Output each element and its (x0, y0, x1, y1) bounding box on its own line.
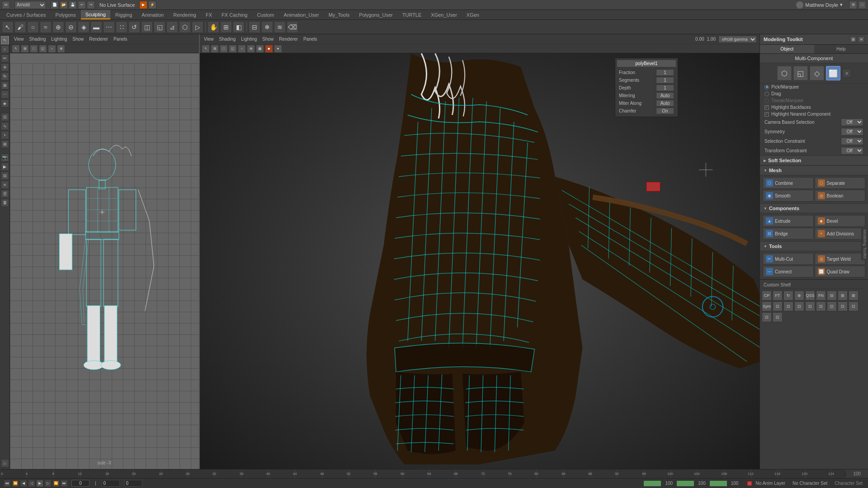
tool-extrude[interactable]: ▲ Extrude (763, 215, 814, 227)
comp-btn-vertex[interactable]: ⬡ (777, 66, 792, 80)
tool-attribute[interactable]: ≡ (1, 181, 9, 189)
vp-right-tool7[interactable]: ▦ (256, 45, 264, 53)
tool-boolean[interactable]: ◎ Boolean (815, 190, 866, 202)
vp-right-tool6[interactable]: ⊕ (247, 45, 255, 53)
tab-fx[interactable]: FX (201, 10, 217, 19)
tab-sculpting[interactable]: Sculpting (81, 10, 110, 19)
tool-select[interactable]: ↖ (1, 36, 9, 44)
tool-rotate[interactable]: ↻ (1, 72, 9, 80)
popup-value-depth[interactable] (656, 84, 674, 91)
popup-value-mitering[interactable] (656, 92, 674, 99)
anim-play-back[interactable]: ◁ (28, 480, 35, 487)
vp-right-renderer[interactable]: Renderer (278, 36, 299, 42)
anim-prev-key[interactable]: ⏪ (12, 480, 19, 487)
cs-plus[interactable]: ⊕ (794, 291, 804, 300)
cs-box4[interactable]: ⊡ (805, 301, 815, 311)
render-icon[interactable]: ▶ (139, 1, 147, 9)
transform-constraint-dropdown[interactable]: OffOn (841, 147, 863, 155)
tab-fx-caching[interactable]: FX Caching (217, 10, 252, 19)
shelf-smooth-brush-icon[interactable]: ○ (27, 21, 39, 33)
shelf-freeze-icon[interactable]: ❄ (261, 21, 273, 33)
vp-right-panels[interactable]: Panels (302, 36, 319, 42)
shelf-fill-icon[interactable]: ⬡ (179, 21, 191, 33)
shelf-spray-icon[interactable]: ∷ (116, 21, 127, 33)
section-soft-selection[interactable]: ▶ Soft Selection (760, 155, 868, 165)
tool-snap-curve[interactable]: ∿ (1, 122, 9, 130)
tool-add-divisions[interactable]: + Add Divisions (815, 228, 866, 239)
section-components[interactable]: ▼ Components (760, 203, 868, 213)
shelf-inflate-icon[interactable]: ⊕ (52, 21, 64, 33)
cs-grid1[interactable]: ⊞ (838, 291, 848, 300)
tab-custom[interactable]: Custom (253, 10, 279, 19)
shelf-scrape-icon[interactable]: ⊿ (166, 21, 178, 33)
vp-left-tool3[interactable]: □ (30, 45, 38, 53)
vp-left-tool1[interactable]: ↖ (12, 45, 20, 53)
vp-left-tool6[interactable]: ⊕ (57, 45, 65, 53)
panel-expand-btn[interactable]: ⊞ (850, 36, 856, 42)
frame-input[interactable] (71, 480, 90, 487)
redo-icon[interactable]: ↪ (87, 1, 95, 9)
cs-ft[interactable]: FT (773, 291, 783, 300)
tool-home[interactable]: ⌂ (1, 459, 9, 467)
tool-snap-view[interactable]: ⊞ (1, 140, 9, 148)
vp-right-tool3[interactable]: □ (220, 45, 228, 53)
radio-drag-btn[interactable] (764, 92, 769, 96)
vp-right-view[interactable]: View (203, 36, 215, 42)
anim-goto-start[interactable]: ⏮ (4, 480, 11, 487)
vp-left-shading[interactable]: Shading (28, 36, 47, 42)
shelf-erase-icon[interactable]: ⌫ (287, 21, 298, 33)
cs-box7[interactable]: ⊡ (838, 301, 848, 311)
tool-snap-point[interactable]: • (1, 131, 9, 139)
vp-right-tool8[interactable]: ■ (265, 45, 273, 53)
cs-mirror[interactable]: ⊟ (827, 291, 837, 300)
vp-right-shading[interactable]: Shading (218, 36, 237, 42)
tool-resolution[interactable]: ⊟ (1, 172, 9, 180)
cs-box1[interactable]: ⊡ (773, 301, 783, 311)
popup-value-segments[interactable] (656, 77, 674, 84)
cs-box5[interactable]: ⊡ (816, 301, 826, 311)
tab-animation-user[interactable]: Animation_User (279, 10, 323, 19)
vp-left-view[interactable]: View (13, 36, 25, 42)
cs-box6[interactable]: ⊡ (827, 301, 837, 311)
shelf-repeat-icon[interactable]: ↺ (128, 21, 140, 33)
cs-box2[interactable]: ⊡ (783, 301, 793, 311)
tool-smooth[interactable]: ◉ Smooth (763, 190, 814, 202)
radio-tweak-btn[interactable] (764, 99, 769, 103)
gamma-selector[interactable]: sRGB gamma (718, 36, 757, 43)
cs-grid2[interactable]: ⊞ (849, 291, 859, 300)
shelf-push-icon[interactable]: ⊖ (65, 21, 77, 33)
popup-value-chamfer[interactable] (656, 108, 674, 114)
vp-right-show[interactable]: Show (261, 36, 275, 42)
selection-constraint-dropdown[interactable]: OffOn (841, 137, 863, 145)
tool-target-weld[interactable]: ◎ Target Weld (815, 253, 866, 265)
anim-prev-frame[interactable]: ◀ (20, 480, 27, 487)
tool-soft-mod[interactable]: ⋯ (1, 90, 9, 99)
ipr-icon[interactable]: ⚡ (148, 1, 156, 9)
comp-btn-face[interactable]: ◇ (810, 66, 824, 80)
tab-rigging[interactable]: Rigging (111, 10, 137, 19)
anim-goto-end[interactable]: ⏭ (61, 480, 68, 487)
shelf-wax-icon[interactable]: ◱ (154, 21, 165, 33)
cs-box9[interactable]: ⊡ (762, 312, 772, 322)
shelf-imprint-icon[interactable]: ◫ (141, 21, 153, 33)
shelf-noise-icon[interactable]: ≋ (274, 21, 286, 33)
tab-turtle[interactable]: TURTLE (398, 10, 426, 19)
open-file-icon[interactable]: 📂 (60, 1, 68, 9)
tool-move[interactable]: ✛ (1, 63, 9, 71)
start-frame-input[interactable] (102, 480, 120, 487)
panel-tab-help[interactable]: Help (814, 45, 868, 53)
viewport-right[interactable]: View Shading Lighting Show Renderer Pane… (200, 34, 760, 469)
tab-xgen-user[interactable]: XGen_User (426, 10, 461, 19)
popup-value-fraction[interactable] (656, 69, 674, 76)
viewport-left-canvas[interactable]: side -X (10, 63, 199, 469)
renderer-dropdown[interactable]: Arnold (14, 1, 46, 9)
cs-rotate[interactable]: ↻ (783, 291, 793, 300)
section-mesh[interactable]: ▼ Mesh (760, 165, 868, 175)
vp-right-tool5[interactable]: ○ (238, 45, 246, 53)
undo-icon[interactable]: ↩ (78, 1, 86, 9)
shelf-select-icon[interactable]: ↖ (2, 21, 14, 33)
radio-pick-marquee-btn[interactable] (764, 85, 769, 89)
maya-logo[interactable]: M (2, 1, 10, 9)
cs-box8[interactable]: ⊡ (849, 301, 859, 311)
cs-fn[interactable]: FN (816, 291, 826, 300)
